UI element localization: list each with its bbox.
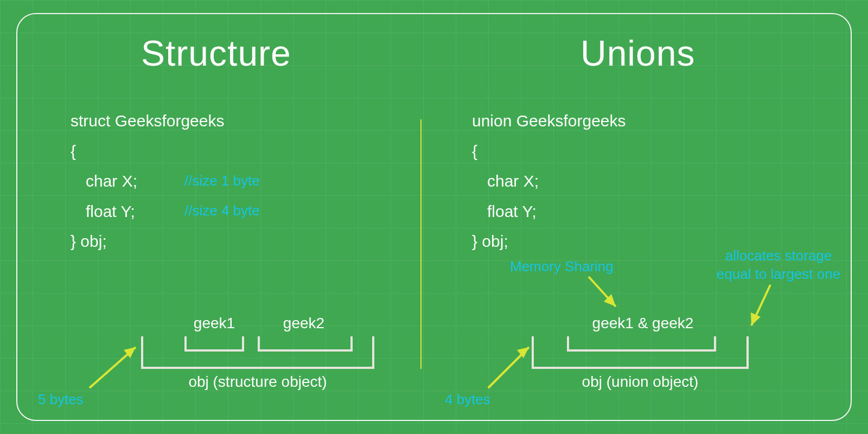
struct-decl: struct Geeksforgeeks (71, 112, 224, 130)
union-largest-arrow-icon (743, 282, 787, 336)
svg-marker-3 (517, 347, 529, 358)
struct-total-bytes: 5 bytes (38, 391, 84, 409)
struct-geek1-bracket (184, 336, 244, 352)
unions-title: Unions (580, 33, 695, 74)
union-member2: float Y; (472, 196, 537, 227)
struct-geek1-label: geek1 (190, 315, 239, 332)
union-code: union Geeksforgeeks { char X; float Y; }… (472, 106, 626, 257)
svg-line-6 (751, 285, 770, 326)
struct-close: } obj; (71, 232, 107, 250)
union-open: { (472, 142, 477, 160)
struct-open: { (71, 142, 76, 160)
struct-geek2-bracket (258, 336, 353, 352)
union-decl: union Geeksforgeeks (472, 112, 626, 130)
union-close: } obj; (472, 232, 508, 250)
struct-comment-1byte: //size 1 byte (184, 173, 260, 189)
union-member1: char X; (472, 166, 539, 196)
struct-geek2-label: geek2 (277, 315, 331, 332)
struct-obj-label: obj (structure object) (141, 373, 374, 391)
svg-marker-1 (124, 347, 136, 358)
union-sharing-arrow-icon (583, 271, 632, 320)
union-shared-bracket (567, 336, 716, 352)
struct-member1: char X; (71, 166, 137, 196)
struct-member2: float Y; (71, 196, 135, 227)
structure-title: Structure (141, 33, 291, 74)
svg-line-4 (589, 277, 616, 307)
struct-comment-4byte: //size 4 byte (184, 202, 260, 219)
svg-line-0 (90, 347, 136, 388)
union-memory-sharing: Memory Sharing (510, 258, 614, 276)
union-shared-label: geek1 & geek2 (564, 315, 722, 332)
union-obj-label: obj (union object) (532, 373, 749, 391)
diagram-canvas: Structure struct Geeksforgeeks { char X;… (0, 0, 868, 434)
svg-line-2 (488, 347, 529, 388)
union-largest-note: allocates storage equal to largest one (711, 247, 846, 284)
svg-marker-5 (604, 294, 616, 307)
center-divider (420, 119, 422, 369)
svg-marker-7 (751, 312, 761, 326)
union-total-bytes: 4 bytes (445, 391, 490, 409)
